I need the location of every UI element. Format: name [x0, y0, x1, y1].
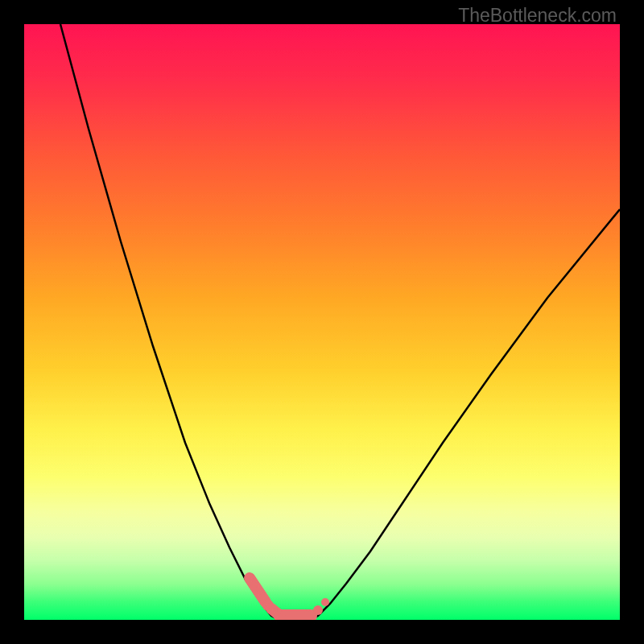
svg-point-5: [321, 598, 329, 606]
watermark-text: TheBottleneck.com: [458, 5, 617, 27]
data-markers: [250, 578, 329, 616]
svg-point-4: [313, 605, 323, 615]
right-curve: [310, 209, 620, 620]
svg-line-0: [250, 578, 266, 602]
chart-plot-area: [24, 24, 620, 620]
left-curve: [60, 24, 286, 620]
curve-svg: [24, 24, 620, 620]
